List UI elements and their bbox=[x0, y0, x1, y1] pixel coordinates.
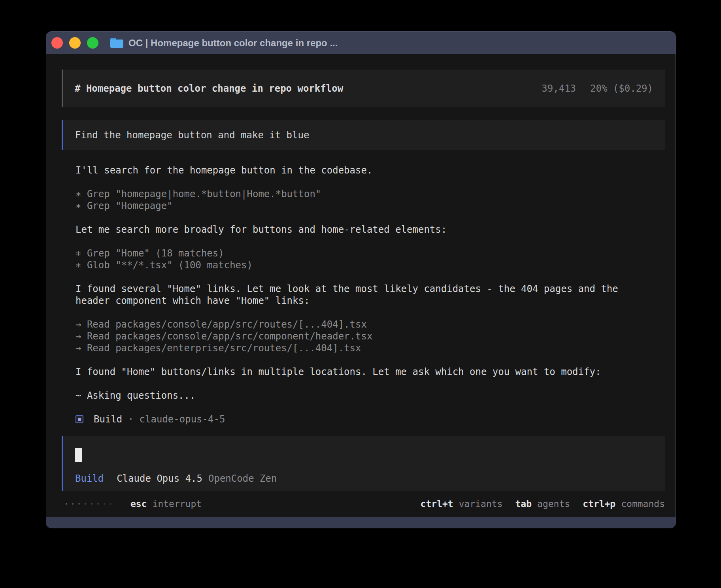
transcript-text: → Read packages/enterprise/src/routes/[.… bbox=[75, 342, 361, 354]
minimize-button[interactable] bbox=[69, 37, 81, 49]
transcript-line bbox=[75, 236, 665, 247]
agent-mode-label[interactable]: Build bbox=[75, 473, 104, 484]
transcript-line bbox=[75, 307, 665, 318]
folder-icon bbox=[110, 38, 123, 48]
ctrl-t-key-label: ctrl+t bbox=[421, 499, 453, 509]
transcript-line bbox=[75, 212, 665, 224]
variants-hint: ctrl+t variants bbox=[421, 499, 503, 509]
transcript-text: I found "Home" buttons/links in multiple… bbox=[75, 366, 601, 378]
context-usage-cost: 20% ($0.29) bbox=[590, 83, 653, 94]
transcript-line bbox=[75, 271, 665, 283]
spinner-dot bbox=[66, 503, 67, 505]
terminal-content: # Homepage button color change in repo w… bbox=[46, 54, 676, 517]
interrupt-label: interrupt bbox=[153, 499, 202, 509]
model-label[interactable]: Claude Opus 4.5 bbox=[117, 473, 202, 484]
transcript-text: ∗ Glob "**/*.tsx" (100 matches) bbox=[75, 259, 253, 271]
transcript-text: → Read packages/console/app/src/routes/[… bbox=[75, 318, 367, 330]
status-bar: esc interrupt ctrl+t variants tab agents… bbox=[62, 498, 665, 510]
transcript-line bbox=[75, 176, 665, 188]
user-message: Find the homepage button and make it blu… bbox=[62, 120, 665, 150]
ctrl-p-key-label: ctrl+p bbox=[583, 499, 615, 509]
transcript-text: Let me search more broadly for buttons a… bbox=[75, 224, 447, 236]
transcript-line: → Read packages/console/app/src/routes/[… bbox=[75, 318, 665, 330]
tab-key-label: tab bbox=[515, 499, 532, 509]
agents-hint: tab agents bbox=[515, 499, 570, 509]
transcript: I'll search for the homepage button in t… bbox=[62, 164, 665, 425]
transcript-line: I'll search for the homepage button in t… bbox=[75, 164, 665, 176]
traffic-lights bbox=[51, 37, 98, 49]
transcript-line: I found several "Home" links. Let me loo… bbox=[75, 283, 665, 295]
transcript-text: ~ Asking questions... bbox=[75, 390, 195, 401]
transcript-line: → Read packages/enterprise/src/routes/[.… bbox=[75, 342, 665, 354]
transcript-text: ∗ Grep "Home" (18 matches) bbox=[75, 247, 224, 259]
transcript-line: → Read packages/console/app/src/componen… bbox=[75, 330, 665, 342]
variants-label: variants bbox=[459, 499, 503, 509]
session-title: # Homepage button color change in repo w… bbox=[75, 83, 343, 94]
transcript-text: I'll search for the homepage button in t… bbox=[75, 164, 372, 176]
spinner-dot bbox=[72, 503, 74, 505]
token-count: 39,413 bbox=[542, 83, 576, 94]
transcript-line: ∗ Grep "homepage|home.*button|Home.*butt… bbox=[75, 188, 665, 200]
spinner-dot bbox=[91, 503, 92, 505]
transcript-line bbox=[75, 378, 665, 390]
transcript-line: ∗ Grep "Homepage" bbox=[75, 200, 665, 212]
text-cursor bbox=[75, 448, 82, 462]
spinner-dot bbox=[97, 503, 99, 505]
user-message-text: Find the homepage button and make it blu… bbox=[75, 130, 309, 141]
transcript-line: ~ Asking questions... bbox=[75, 390, 665, 401]
zoom-button[interactable] bbox=[87, 37, 98, 49]
provider-label: OpenCode Zen bbox=[208, 473, 277, 484]
spinner-dot bbox=[104, 503, 105, 505]
transcript-line: Let me search more broadly for buttons a… bbox=[75, 224, 665, 236]
transcript-line: Build · claude-opus-4-5 bbox=[75, 413, 665, 425]
transcript-text: I found several "Home" links. Let me loo… bbox=[75, 283, 618, 295]
spinner-dot bbox=[78, 503, 80, 505]
input-meta: Build Claude Opus 4.5 OpenCode Zen bbox=[75, 473, 653, 484]
transcript-line bbox=[75, 401, 665, 413]
spinner-dot bbox=[110, 503, 111, 505]
commands-hint: ctrl+p commands bbox=[583, 499, 665, 509]
transcript-text: → Read packages/console/app/src/componen… bbox=[75, 330, 372, 342]
app-window: OC | Homepage button color change in rep… bbox=[46, 31, 676, 528]
transcript-line: ∗ Grep "Home" (18 matches) bbox=[75, 247, 665, 259]
window-bottom-chrome bbox=[46, 517, 676, 528]
agents-label: agents bbox=[537, 499, 570, 509]
spinner-dot bbox=[85, 503, 86, 505]
spinner-dots bbox=[66, 503, 111, 505]
transcript-line: header component which have "Home" links… bbox=[75, 295, 665, 307]
commands-label: commands bbox=[621, 499, 665, 509]
interrupt-hint: esc interrupt bbox=[130, 499, 202, 509]
transcript-text: header component which have "Home" links… bbox=[75, 295, 310, 307]
window-title: OC | Homepage button color change in rep… bbox=[128, 38, 338, 49]
prompt-input[interactable]: Build Claude Opus 4.5 OpenCode Zen bbox=[62, 436, 665, 491]
transcript-text: ∗ Grep "Homepage" bbox=[75, 200, 173, 212]
transcript-line: ∗ Glob "**/*.tsx" (100 matches) bbox=[75, 259, 665, 271]
session-stats: 39,413 20% ($0.29) bbox=[542, 83, 653, 94]
titlebar[interactable]: OC | Homepage button color change in rep… bbox=[46, 32, 676, 54]
transcript-text: Build bbox=[94, 413, 122, 425]
close-button[interactable] bbox=[51, 37, 63, 49]
session-header: # Homepage button color change in repo w… bbox=[62, 70, 665, 107]
transcript-text: ∗ Grep "homepage|home.*button|Home.*butt… bbox=[75, 188, 321, 200]
transcript-line: I found "Home" buttons/links in multiple… bbox=[75, 366, 665, 378]
esc-key-label: esc bbox=[130, 499, 147, 509]
transcript-text: · claude-opus-4-5 bbox=[122, 413, 225, 425]
title-group: OC | Homepage button color change in rep… bbox=[110, 38, 338, 49]
build-agent-icon bbox=[75, 415, 83, 423]
transcript-line bbox=[75, 354, 665, 366]
